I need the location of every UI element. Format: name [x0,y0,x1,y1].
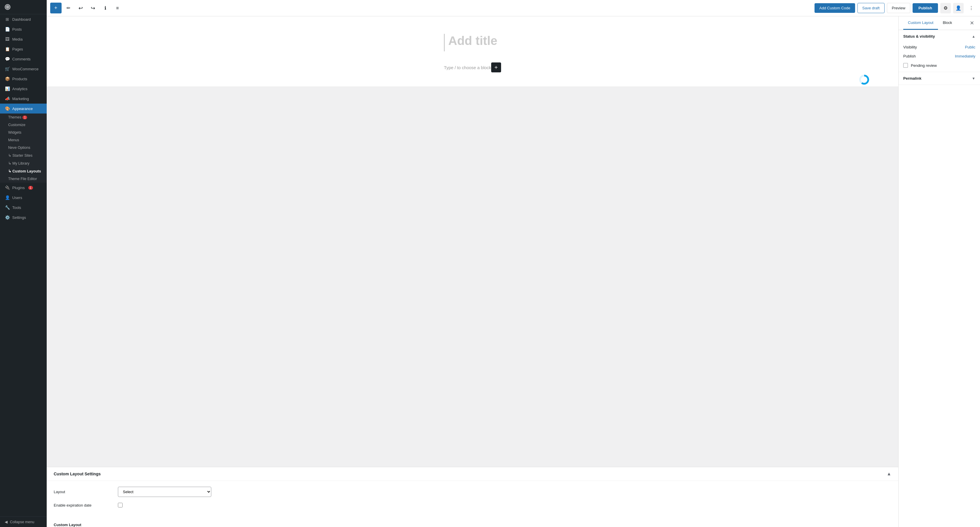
plus-block-icon: + [495,64,498,71]
sidebar-submenu-custom-layouts[interactable]: ↳ Custom Layouts [0,167,47,175]
layout-label: Layout [54,490,112,494]
visibility-row: Visibility Public [899,43,980,52]
users-icon: 👤 [5,195,10,200]
sidebar-item-comments[interactable]: 💬 Comments [0,54,47,64]
sidebar-item-pages[interactable]: 📋 Pages [0,44,47,54]
settings-panel: Custom Layout Settings ▲ Layout Select E… [47,467,898,527]
user-avatar-button[interactable]: 👤 [953,3,964,13]
sidebar-item-tools[interactable]: 🔧 Tools [0,202,47,212]
settings-icon: ⚙️ [5,215,10,220]
pending-review-row: Pending review [899,61,980,72]
edit-toolbar-button[interactable]: ✏ [63,3,74,13]
sidebar-logo [0,0,47,14]
right-panel-header: Custom Layout Block ✕ [899,16,980,30]
redo-icon: ↪ [91,5,95,11]
undo-button[interactable]: ↩ [76,3,86,13]
sidebar-item-products[interactable]: 📦 Products [0,74,47,84]
sidebar-submenu-theme-file-editor[interactable]: Theme File Editor [0,175,47,183]
toolbar: + ✏ ↩ ↪ ℹ ≡ Add Custom Code Save draft P… [47,0,980,16]
expiration-label: Enable expiration date [54,503,112,508]
sidebar-item-posts[interactable]: 📄 Posts [0,24,47,34]
permalink-header[interactable]: Permalink ▼ [899,72,980,84]
analytics-icon: 📊 [5,86,10,91]
right-panel-tabs: Custom Layout Block [903,16,957,30]
sidebar-item-dashboard[interactable]: ⊞ Dashboard [0,14,47,24]
add-block-toolbar-button[interactable]: + [50,3,62,13]
sidebar-submenu-widgets[interactable]: Widgets [0,129,47,136]
tab-block[interactable]: Block [938,16,957,30]
info-button[interactable]: ℹ [100,3,111,13]
publish-value[interactable]: Immediately [955,54,975,58]
toolbar-right: Add Custom Code Save draft Preview Publi… [815,3,977,13]
edit-icon: ✏ [67,5,70,11]
close-icon: ✕ [970,20,974,26]
ellipsis-icon: ⋮ [969,5,974,11]
chevron-up-visibility-icon: ▲ [972,34,975,38]
settings-panel-title: Custom Layout Settings [54,471,101,476]
pending-review-label: Pending review [911,63,937,68]
sidebar-submenu-starter-sites[interactable]: ↳ Starter Sites [0,151,47,159]
visibility-label: Visibility [903,45,917,49]
permalink-title: Permalink [903,76,921,81]
dashboard-icon: ⊞ [5,17,10,22]
editor-canvas: Add title Type / to choose a block + [47,16,898,86]
avatar-icon: 👤 [956,5,961,11]
editor-area: Add title Type / to choose a block + [47,16,980,527]
sidebar-submenu-my-library[interactable]: ↳ My Library [0,159,47,167]
settings-body: Layout Select Enable expiration date [47,481,898,519]
undo-icon: ↩ [78,5,83,11]
layout-row: Layout Select [54,487,891,497]
sidebar-item-woocommerce[interactable]: 🛒 WooCommerce [0,64,47,74]
plus-icon: + [54,5,57,11]
sidebar-submenu-menus[interactable]: Menus [0,136,47,144]
status-visibility-section: Status & visibility ▲ Visibility Public … [899,30,980,72]
add-block-canvas-button[interactable]: + [491,62,501,72]
sidebar-item-appearance[interactable]: 🎨 Appearance [0,103,47,113]
sidebar-submenu-themes[interactable]: Themes 1 [0,113,47,121]
sidebar: ⊞ Dashboard 📄 Posts 🖼 Media 📋 Pages 💬 Co… [0,0,47,527]
layout-select[interactable]: Select [118,487,211,497]
save-draft-button[interactable]: Save draft [858,3,885,13]
sidebar-item-plugins[interactable]: 🔌 Plugins 1 [0,183,47,193]
publish-button[interactable]: Publish [913,3,938,13]
gear-settings-button[interactable]: ⚙ [940,3,951,13]
right-panel-close-button[interactable]: ✕ [969,19,975,27]
info-icon: ℹ [105,5,106,11]
add-custom-code-button[interactable]: Add Custom Code [815,3,855,13]
products-icon: 📦 [5,76,10,81]
collapse-menu-button[interactable]: ◀ Collapse menu [0,516,47,527]
list-view-button[interactable]: ≡ [112,3,123,13]
canvas-wrapper: Add title Type / to choose a block + [47,16,898,467]
custom-layout-section-title: Custom Layout [47,519,898,527]
preview-button[interactable]: Preview [887,3,910,13]
more-options-button[interactable]: ⋮ [966,3,977,13]
appearance-submenu: Themes 1 Customize Widgets Menus Neve Op… [0,113,47,183]
publish-label: Publish [903,54,916,58]
wp-logo-icon [5,4,11,10]
redo-button[interactable]: ↪ [88,3,99,13]
media-icon: 🖼 [5,37,10,42]
pending-review-checkbox[interactable] [903,63,908,68]
sidebar-item-users[interactable]: 👤 Users [0,193,47,202]
tools-icon: 🔧 [5,205,10,210]
expiration-checkbox[interactable] [118,503,123,508]
status-visibility-header[interactable]: Status & visibility ▲ [899,30,980,43]
sidebar-item-marketing[interactable]: 📣 Marketing [0,94,47,103]
right-panel: Custom Layout Block ✕ Status & visibilit… [898,16,980,527]
tab-custom-layout[interactable]: Custom Layout [903,16,938,30]
sidebar-item-settings[interactable]: ⚙️ Settings [0,212,47,222]
list-icon: ≡ [116,6,119,11]
chevron-up-icon: ▲ [887,471,891,476]
sidebar-submenu-customize[interactable]: Customize [0,121,47,129]
visibility-value[interactable]: Public [965,45,975,49]
sidebar-item-media[interactable]: 🖼 Media [0,34,47,44]
settings-panel-header[interactable]: Custom Layout Settings ▲ [47,467,898,481]
title-input[interactable]: Add title [444,34,501,51]
sidebar-item-analytics[interactable]: 📊 Analytics [0,84,47,94]
gear-icon: ⚙ [943,5,948,11]
collapse-icon: ◀ [5,520,8,524]
woocommerce-icon: 🛒 [5,66,10,72]
pages-icon: 📋 [5,46,10,52]
plugins-icon: 🔌 [5,185,10,190]
sidebar-submenu-neve-options[interactable]: Neve Options [0,144,47,151]
